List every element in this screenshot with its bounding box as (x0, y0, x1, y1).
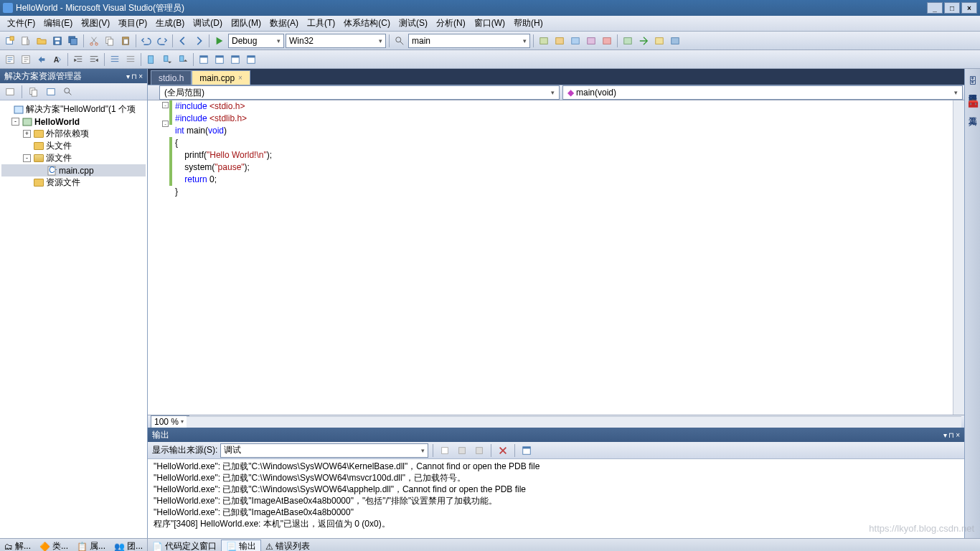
menu-data[interactable]: 数据(A) (265, 16, 303, 31)
output-body[interactable]: "HelloWorld.exe": 已加载"C:\Windows\SysWOW6… (148, 459, 964, 538)
tree-header-files[interactable]: 头文件 (1, 140, 146, 152)
tb-misc-1[interactable] (537, 34, 551, 48)
sol-tb-refresh[interactable] (27, 85, 41, 99)
tb2-1[interactable] (3, 52, 17, 67)
menu-view[interactable]: 视图(V) (77, 16, 114, 31)
config-combo[interactable]: Debug▾ (228, 34, 284, 48)
maximize-button[interactable]: □ (944, 2, 960, 14)
save-all-button[interactable] (66, 34, 80, 48)
left-tab-properties[interactable]: 📋属... (72, 540, 110, 552)
platform-combo[interactable]: Win32▾ (286, 34, 386, 48)
tb2-win-1[interactable] (197, 52, 211, 67)
nav-back-button[interactable] (176, 34, 190, 48)
bottom-tab-error-list[interactable]: ⚠错误列表 (261, 540, 314, 552)
save-button[interactable] (50, 34, 65, 48)
sol-tb-properties[interactable] (61, 85, 75, 99)
outdent-button[interactable] (87, 52, 101, 67)
dropdown-icon[interactable]: ▾ (126, 72, 130, 80)
open-button[interactable] (34, 34, 49, 48)
bookmark-button[interactable] (144, 52, 159, 67)
tb-misc-3[interactable] (568, 34, 583, 48)
tb-misc-2[interactable] (552, 34, 567, 48)
menu-help[interactable]: 帮助(H) (509, 16, 547, 31)
panel-close-icon[interactable]: × (138, 72, 143, 80)
bookmark-next-button[interactable] (176, 52, 190, 67)
tb2-4[interactable]: A (50, 52, 65, 67)
menu-team[interactable]: 团队(M) (227, 16, 265, 31)
tb-misc-6[interactable] (621, 34, 635, 48)
menu-edit[interactable]: 编辑(E) (39, 16, 77, 31)
close-button[interactable]: × (961, 2, 977, 14)
scrollbar-vertical[interactable] (953, 100, 964, 415)
out-tb-1[interactable] (438, 443, 452, 458)
tb2-win-4[interactable] (244, 52, 258, 67)
scrollbar-horizontal[interactable] (187, 416, 961, 428)
pin-icon[interactable]: ⊓ (131, 72, 137, 80)
out-tb-2[interactable] (455, 443, 469, 458)
tb2-win-2[interactable] (212, 52, 227, 67)
tb2-2[interactable] (19, 52, 33, 67)
right-tab-toolbox[interactable]: 🧰工具箱 (965, 93, 980, 115)
tb-misc-8[interactable] (652, 34, 666, 48)
collapse-icon[interactable]: - (23, 154, 31, 162)
tb-misc-4[interactable] (584, 34, 598, 48)
menu-debug[interactable]: 调试(D) (189, 16, 227, 31)
find-combo[interactable]: main▾ (408, 34, 530, 48)
sol-tb-home[interactable] (3, 85, 17, 99)
new-project-button[interactable] (3, 34, 17, 48)
right-tab-server-explorer[interactable]: 🗄服务器资源管理器 (965, 72, 980, 92)
menu-analyze[interactable]: 分析(N) (432, 16, 470, 31)
uncomment-button[interactable] (123, 52, 138, 67)
bookmark-prev-button[interactable] (160, 52, 174, 67)
menu-arch[interactable]: 体系结构(C) (339, 16, 395, 31)
tree-solution-root[interactable]: 解决方案"HelloWorld"(1 个项 (1, 103, 146, 116)
tab-close-icon[interactable]: × (238, 74, 242, 82)
tree-source-files[interactable]: - 源文件 (1, 152, 146, 164)
add-item-button[interactable] (19, 34, 33, 48)
start-debug-button[interactable] (212, 34, 227, 48)
left-tab-solution[interactable]: 🗂解... (0, 540, 35, 552)
search-icon[interactable] (392, 34, 407, 48)
tree-file-maincpp[interactable]: C+ main.cpp (1, 164, 146, 176)
collapse-icon[interactable]: - (11, 118, 19, 126)
redo-button[interactable] (155, 34, 169, 48)
scope-combo-left[interactable]: (全局范围)▾ (159, 85, 560, 100)
tb-misc-9[interactable] (668, 34, 682, 48)
left-tab-team[interactable]: 👥团... (110, 540, 147, 552)
comment-button[interactable] (108, 52, 122, 67)
code-editor[interactable]: - - #include <stdio.h> #include <stdlib.… (148, 100, 964, 415)
bottom-tab-code-def[interactable]: 📄代码定义窗口 (148, 540, 221, 552)
scope-combo-right[interactable]: ◆main(void)▾ (562, 85, 963, 100)
undo-button[interactable] (139, 34, 154, 48)
output-source-combo[interactable]: 调试▾ (220, 443, 428, 458)
panel-close-icon[interactable]: × (956, 431, 960, 439)
menu-build[interactable]: 生成(B) (151, 16, 189, 31)
expand-icon[interactable]: + (23, 130, 31, 138)
out-clear-button[interactable] (496, 443, 510, 458)
out-wrap-button[interactable] (519, 443, 534, 458)
sol-tb-showall[interactable] (44, 85, 58, 99)
tb-misc-7[interactable] (636, 34, 651, 48)
menu-project[interactable]: 项目(P) (114, 16, 151, 31)
nav-fwd-button[interactable] (192, 34, 206, 48)
indent-button[interactable] (71, 52, 85, 67)
tb-misc-5[interactable] (600, 34, 614, 48)
tab-stdio-h[interactable]: stdio.h (151, 70, 192, 85)
tree-resource-files[interactable]: 资源文件 (1, 176, 146, 189)
menu-file[interactable]: 文件(F) (3, 16, 39, 31)
out-tb-3[interactable] (472, 443, 486, 458)
left-tab-class[interactable]: 🔶类... (35, 540, 72, 552)
minimize-button[interactable]: _ (927, 2, 943, 14)
paste-button[interactable] (118, 34, 133, 48)
pin-icon[interactable]: ⊓ (948, 431, 954, 439)
menu-tools[interactable]: 工具(T) (303, 16, 339, 31)
bottom-tab-output[interactable]: 📃输出 (221, 540, 261, 552)
tb2-win-3[interactable] (228, 52, 242, 67)
menu-test[interactable]: 测试(S) (395, 16, 432, 31)
cut-button[interactable] (87, 34, 101, 48)
tb2-3[interactable] (34, 52, 49, 67)
code-content[interactable]: #include <stdio.h> #include <stdlib.h> i… (172, 100, 953, 415)
menu-window[interactable]: 窗口(W) (470, 16, 509, 31)
tab-main-cpp[interactable]: main.cpp× (192, 70, 250, 85)
tree-external-deps[interactable]: + 外部依赖项 (1, 128, 146, 140)
